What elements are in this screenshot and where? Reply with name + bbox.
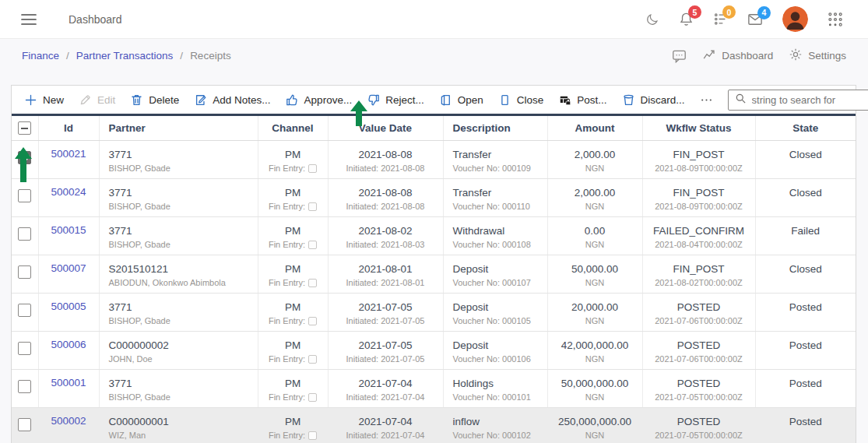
channel-value: PM — [258, 186, 328, 199]
row-checkbox[interactable] — [18, 342, 31, 355]
row-id-link[interactable]: 500005 — [51, 301, 86, 312]
row-id-link[interactable]: 500007 — [51, 262, 86, 274]
toolbar-button-approve[interactable]: Approve... — [286, 93, 353, 107]
row-checkbox[interactable] — [18, 227, 31, 241]
value-date: 2021-07-05 — [329, 301, 443, 314]
fin-entry-label: Fin Entry: — [269, 202, 305, 211]
table-body: 500021 3771 BISHOP, Gbade PM Fin Entry: … — [12, 140, 856, 443]
currency-code: NGN — [548, 431, 642, 441]
tasks-badge: 0 — [722, 5, 736, 19]
row-checkbox[interactable] — [18, 265, 31, 279]
dark-mode-moon-icon[interactable] — [645, 12, 659, 26]
breadcrumb-separator: / — [66, 50, 69, 62]
mail-envelope-icon[interactable]: 4 — [747, 12, 763, 26]
more-ellipsis-icon — [700, 93, 713, 107]
row-id-link[interactable]: 500001 — [51, 377, 86, 389]
page-title: Dashboard — [69, 13, 122, 26]
header-description[interactable]: Description — [443, 116, 547, 140]
table-row[interactable]: 500015 3771 BISHOP, Gbade PM Fin Entry: … — [12, 216, 856, 255]
toolbar-button-new[interactable]: New — [24, 93, 64, 107]
fin-entry-checkbox[interactable] — [308, 241, 317, 249]
toolbar-button-reject[interactable]: Reject... — [367, 93, 424, 107]
voucher-no: Voucher No: 000105 — [453, 316, 547, 326]
table-row[interactable]: 500021 3771 BISHOP, Gbade PM Fin Entry: … — [12, 140, 856, 178]
settings-action[interactable]: Settings — [789, 47, 846, 64]
toolbar-button-delete[interactable]: Delete — [130, 93, 179, 107]
dashboard-action[interactable]: Dashboard — [702, 47, 773, 64]
header-id[interactable]: Id — [38, 116, 99, 140]
table-row[interactable]: 500024 3771 BISHOP, Gbade PM Fin Entry: … — [12, 178, 856, 216]
select-all-checkbox[interactable] — [18, 121, 31, 135]
row-id-link[interactable]: 500006 — [51, 339, 86, 350]
toolbar-button-discard[interactable]: Discard... — [622, 93, 685, 107]
table-row[interactable]: 500006 C000000002 JOHN, Doe PM Fin Entry… — [12, 331, 856, 369]
row-checkbox[interactable] — [18, 418, 31, 431]
breadcrumb-finance[interactable]: Finance — [22, 50, 59, 62]
toolbar-button-close[interactable]: Close — [498, 93, 544, 107]
row-checkbox[interactable] — [18, 189, 31, 202]
header-amount[interactable]: Amount — [547, 116, 642, 140]
toolbar-button-add-notes[interactable]: Add Notes... — [194, 93, 270, 107]
channel-value: PM — [258, 262, 328, 276]
toolbar-button-edit[interactable]: Edit — [79, 93, 115, 107]
fin-entry-checkbox[interactable] — [308, 279, 317, 287]
select-all-header[interactable] — [12, 116, 38, 140]
state-value: Closed — [756, 148, 856, 161]
voucher-no: Voucher No: 000109 — [453, 163, 547, 174]
row-checkbox[interactable] — [18, 151, 31, 164]
notifications-bell-icon[interactable]: 5 — [679, 12, 694, 26]
table-row[interactable]: 500001 3771 BISHOP, Gbade PM Fin Entry: … — [12, 369, 856, 407]
breadcrumb-partner-transactions[interactable]: Partner Transactions — [76, 50, 174, 62]
toolbar-button-open[interactable]: Open — [439, 93, 483, 107]
dashboard-action-label: Dashboard — [722, 50, 773, 62]
header-state[interactable]: State — [755, 116, 856, 140]
search-input[interactable] — [752, 94, 868, 106]
table-row[interactable]: 500007 S201510121 ABIODUN, Okonkwo Abimb… — [12, 255, 856, 293]
user-avatar[interactable] — [782, 6, 808, 32]
hamburger-menu-icon[interactable] — [21, 13, 37, 26]
header-value-date[interactable]: Value Date — [328, 116, 443, 140]
fin-entry-checkbox[interactable] — [308, 317, 317, 325]
tasks-list-icon[interactable]: 0 — [713, 12, 728, 26]
partner-subname: BISHOP, Gbade — [109, 202, 258, 212]
fin-entry-checkbox[interactable] — [308, 393, 317, 402]
row-id-link[interactable]: 500002 — [51, 415, 86, 427]
comment-bubble-icon[interactable] — [672, 49, 687, 63]
receipts-table: Id Partner Channel Value Date Descriptio… — [12, 116, 856, 443]
fin-entry-checkbox[interactable] — [308, 202, 317, 211]
wkflw-timestamp: 2021-08-04T00:00:00Z — [643, 240, 755, 250]
command-toolbar: NewEditDeleteAdd Notes...Approve...Rejec… — [12, 86, 856, 114]
thumbs-up-icon — [286, 93, 299, 107]
search-box[interactable] — [728, 90, 868, 111]
row-checkbox[interactable] — [18, 304, 31, 317]
toolbar-button-label: Delete — [149, 94, 179, 106]
toolbar-button-post[interactable]: Post... — [558, 93, 606, 107]
currency-code: NGN — [548, 392, 642, 403]
amount-value: 2,000.00 — [548, 186, 642, 199]
initiated-date: Initiated: 2021-08-08 — [329, 202, 443, 212]
header-channel[interactable]: Channel — [258, 116, 328, 140]
app-launcher-grid-icon[interactable] — [828, 12, 843, 27]
row-id-link[interactable]: 500015 — [51, 224, 86, 236]
currency-code: NGN — [548, 163, 642, 174]
table-row[interactable]: 500002 C000000001 WIZ, Man PM Fin Entry:… — [12, 407, 856, 443]
wkflw-timestamp: 2021-07-05T00:00:00Z — [643, 431, 755, 441]
table-row[interactable]: 500005 3771 BISHOP, Gbade PM Fin Entry: … — [12, 293, 856, 331]
row-checkbox[interactable] — [18, 380, 31, 393]
breadcrumb-separator: / — [180, 50, 183, 62]
fin-entry-label: Fin Entry: — [269, 354, 305, 364]
initiated-date: Initiated: 2021-07-05 — [329, 354, 443, 364]
row-id-link[interactable]: 500021 — [51, 148, 86, 160]
fin-entry-checkbox[interactable] — [308, 164, 317, 173]
description-value: Deposit — [453, 339, 547, 352]
header-partner[interactable]: Partner — [99, 116, 258, 140]
pencil-icon — [79, 93, 92, 107]
channel-value: PM — [258, 301, 328, 314]
row-id-link[interactable]: 500024 — [51, 186, 86, 198]
toolbar-button-more[interactable] — [700, 93, 713, 107]
fin-entry-checkbox[interactable] — [308, 431, 317, 440]
fin-entry-checkbox[interactable] — [308, 355, 317, 364]
header-wkflw-status[interactable]: Wkflw Status — [642, 116, 755, 140]
partner-name: C000000001 — [109, 415, 258, 428]
post-lock-icon — [558, 93, 571, 107]
